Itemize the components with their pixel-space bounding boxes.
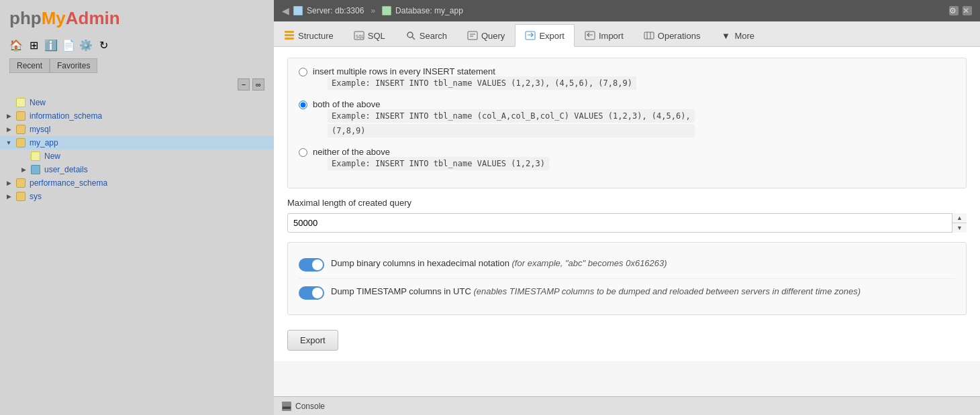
export-icon (525, 30, 536, 41)
toggle-timestamp-switch[interactable] (299, 286, 324, 300)
nav-tabs: Structure SQL SQL Search Query Export (274, 21, 980, 47)
settings-icon[interactable]: ⚙️ (79, 38, 93, 52)
info-icon[interactable]: ℹ️ (44, 38, 58, 52)
max-query-section: Maximal length of created query ▲ ▼ (287, 198, 967, 233)
toggle-timestamp-text: Dump TIMESTAMP columns in UTC (enables T… (331, 286, 861, 298)
max-query-input-wrap: ▲ ▼ (287, 213, 967, 233)
tab-operations-label: Operations (658, 31, 701, 41)
toggle-binary-italic: (for example, "abc" becomes 0x616263) (509, 258, 667, 268)
tab-search-label: Search (420, 31, 447, 41)
console-icon: ▬ (282, 402, 291, 411)
tab-sql-label: SQL (368, 31, 385, 41)
search-icon (405, 30, 416, 41)
svg-line-6 (412, 37, 415, 40)
tab-import[interactable]: Import (575, 24, 634, 46)
toggle-binary-switch[interactable] (299, 258, 324, 272)
decrement-button[interactable]: ▼ (952, 223, 967, 233)
tab-export[interactable]: Export (515, 24, 575, 47)
db-icon (15, 191, 26, 202)
tab-structure-label: Structure (298, 31, 334, 41)
list-item[interactable]: ▶ sys (0, 190, 274, 203)
radio-multiple-label[interactable]: insert multiple rows in every INSERT sta… (313, 66, 495, 76)
svg-rect-14 (644, 32, 654, 39)
option-multiple-label: insert multiple rows in every INSERT sta… (313, 66, 636, 94)
svg-rect-10 (526, 32, 535, 40)
title-bar: ◀ Server: db:3306 » Database: my_app ⚙ ✕ (274, 0, 980, 21)
toggle-binary-text: Dump binary columns in hexadecimal notat… (331, 257, 667, 270)
radio-both-label[interactable]: both of the above (313, 99, 380, 109)
list-item[interactable]: ▶ mysql (0, 123, 274, 136)
tab-operations[interactable]: Operations (634, 24, 711, 46)
db-sys-label[interactable]: sys (30, 192, 42, 201)
database-icon (382, 6, 391, 15)
list-item[interactable]: New (0, 150, 274, 163)
toggle-spacer (19, 152, 28, 161)
tab-query[interactable]: Query (457, 24, 515, 46)
main-content: ◀ Server: db:3306 » Database: my_app ⚙ ✕… (274, 0, 980, 415)
tab-favorites[interactable]: Favorites (50, 58, 97, 73)
radio-multiple-rows[interactable] (299, 68, 307, 76)
radio-neither[interactable] (299, 148, 307, 157)
export-options: insert multiple rows in every INSERT sta… (274, 47, 980, 361)
collapse-all-button[interactable]: − (238, 78, 250, 91)
radio-option-neither: neither of the above Example: INSERT INT… (299, 147, 955, 174)
list-item[interactable]: ▼ my_app (0, 136, 274, 150)
link-button[interactable]: ∞ (252, 78, 264, 91)
sidebar: phpMyAdmin 🏠 ⊞ ℹ️ 📄 ⚙️ ↻ Recent Favorite… (0, 0, 274, 415)
logo-my: My (42, 8, 66, 28)
radio-both[interactable] (299, 101, 307, 109)
increment-button[interactable]: ▲ (952, 213, 967, 223)
console-bar[interactable]: ▬ Console (274, 396, 980, 415)
option-both-example: Example: INSERT INTO tbl_name (col_A,col… (328, 109, 695, 123)
svg-rect-2 (285, 38, 294, 40)
new-database-label[interactable]: New (30, 98, 46, 107)
sidebar-icon-row: 🏠 ⊞ ℹ️ 📄 ⚙️ ↻ (0, 34, 274, 56)
title-bar-left: ◀ Server: db:3306 » Database: my_app (282, 5, 463, 16)
db-myapp-label[interactable]: my_app (30, 138, 58, 147)
db-icon (15, 124, 26, 135)
tab-more-label: More (734, 31, 754, 41)
database-tree: New ▶ information_schema ▶ mysql ▼ my_ap… (0, 93, 274, 415)
db-mysql-label[interactable]: mysql (30, 125, 50, 134)
refresh-icon[interactable]: ↻ (97, 38, 110, 52)
option-both-example2: (7,8,9) (328, 124, 695, 137)
expand-icon: ▶ (4, 192, 13, 201)
tab-structure[interactable]: Structure (274, 24, 344, 46)
option-both-label: both of the above Example: INSERT INTO t… (313, 99, 695, 141)
table-user-details-label[interactable]: user_details (44, 165, 88, 174)
toggle-timestamp-slider (299, 286, 324, 300)
list-item[interactable]: ▶ performance_schema (0, 176, 274, 190)
svg-rect-12 (585, 32, 595, 40)
list-item[interactable]: ▶ user_details (0, 163, 274, 176)
toggle-timestamp-label: Dump TIMESTAMP columns in UTC (331, 286, 471, 296)
max-query-label: Maximal length of created query (287, 198, 967, 208)
tab-sql[interactable]: SQL SQL (344, 24, 395, 46)
db-information-schema-label[interactable]: information_schema (30, 111, 102, 121)
tab-export-label: Export (539, 31, 565, 41)
tab-more[interactable]: ▼ More (710, 24, 765, 46)
option-neither-label: neither of the above Example: INSERT INT… (313, 147, 549, 174)
operations-icon (644, 30, 654, 41)
radio-neither-label[interactable]: neither of the above (313, 147, 390, 157)
list-item[interactable]: ▶ information_schema (0, 109, 274, 123)
list-item[interactable]: New (0, 96, 274, 109)
new-table-label[interactable]: New (44, 152, 60, 161)
logo-php: php (9, 8, 42, 28)
tab-search[interactable]: Search (395, 24, 457, 46)
console-label: Console (295, 402, 325, 411)
back-arrow-icon[interactable]: ◀ (282, 5, 289, 16)
sql-icon: SQL (354, 30, 364, 41)
database-label: Database: my_app (395, 6, 463, 15)
expand-icon: ▶ (4, 111, 13, 121)
doc-icon[interactable]: 📄 (62, 38, 75, 52)
max-query-input[interactable] (287, 213, 967, 233)
settings-window-icon[interactable]: ⚙ (949, 6, 959, 15)
db-performance-schema-label[interactable]: performance_schema (30, 178, 107, 188)
radio-option-multiple: insert multiple rows in every INSERT sta… (299, 66, 955, 94)
home-icon[interactable]: 🏠 (9, 38, 23, 52)
svg-rect-1 (285, 34, 294, 36)
close-window-icon[interactable]: ✕ (963, 6, 972, 15)
export-button[interactable]: Export (287, 330, 338, 351)
grid-icon[interactable]: ⊞ (27, 38, 40, 52)
tab-recent[interactable]: Recent (9, 58, 50, 73)
